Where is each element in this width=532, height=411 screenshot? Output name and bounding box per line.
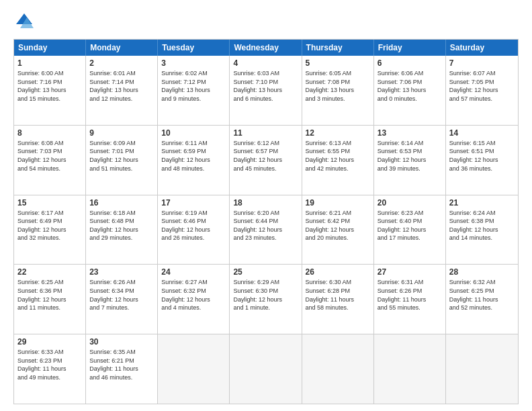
calendar-cell: [158, 334, 230, 404]
day-number: 6: [378, 58, 442, 68]
day-number: 20: [378, 198, 442, 208]
day-number: 8: [17, 128, 82, 138]
day-number: 4: [233, 58, 298, 68]
cell-info: Sunrise: 6:12 AMSunset: 6:57 PMDaylight:…: [233, 139, 298, 173]
calendar-cell: 3Sunrise: 6:02 AMSunset: 7:12 PMDaylight…: [158, 56, 230, 125]
cell-info: Sunrise: 6:21 AMSunset: 6:42 PMDaylight:…: [306, 209, 370, 242]
cell-info: Sunrise: 6:26 AMSunset: 6:34 PMDaylight:…: [89, 278, 154, 312]
day-number: 15: [17, 198, 82, 208]
cell-info: Sunrise: 6:23 AMSunset: 6:40 PMDaylight:…: [378, 209, 442, 242]
cell-info: Sunrise: 6:24 AMSunset: 6:38 PMDaylight:…: [449, 209, 515, 242]
calendar-cell: 17Sunrise: 6:19 AMSunset: 6:46 PMDayligh…: [158, 195, 230, 265]
day-number: 30: [89, 337, 154, 347]
day-number: 2: [89, 58, 154, 68]
day-number: 1: [17, 58, 82, 68]
cell-info: Sunrise: 6:33 AMSunset: 6:23 PMDaylight:…: [17, 348, 82, 381]
cell-info: Sunrise: 6:35 AMSunset: 6:21 PMDaylight:…: [89, 348, 154, 381]
calendar: SundayMondayTuesdayWednesdayThursdayFrid…: [13, 39, 519, 404]
calendar-row: 15Sunrise: 6:17 AMSunset: 6:49 PMDayligh…: [14, 195, 518, 265]
day-number: 13: [378, 128, 442, 138]
calendar-cell: 13Sunrise: 6:14 AMSunset: 6:53 PMDayligh…: [374, 126, 446, 195]
calendar-cell: 5Sunrise: 6:05 AMSunset: 7:08 PMDaylight…: [302, 56, 374, 125]
calendar-header: SundayMondayTuesdayWednesdayThursdayFrid…: [14, 40, 518, 56]
day-number: 18: [233, 198, 298, 208]
calendar-row: 22Sunrise: 6:25 AMSunset: 6:36 PMDayligh…: [14, 264, 518, 334]
page: SundayMondayTuesdayWednesdayThursdayFrid…: [0, 0, 532, 411]
cell-info: Sunrise: 6:19 AMSunset: 6:46 PMDaylight:…: [161, 209, 226, 242]
calendar-body: 1Sunrise: 6:00 AMSunset: 7:16 PMDaylight…: [14, 56, 518, 404]
day-number: 9: [89, 128, 154, 138]
calendar-cell: 1Sunrise: 6:00 AMSunset: 7:16 PMDaylight…: [14, 56, 86, 125]
calendar-cell: 30Sunrise: 6:35 AMSunset: 6:21 PMDayligh…: [86, 334, 158, 404]
header-cell-sunday: Sunday: [14, 40, 86, 56]
cell-info: Sunrise: 6:17 AMSunset: 6:49 PMDaylight:…: [17, 209, 82, 242]
cell-info: Sunrise: 6:03 AMSunset: 7:10 PMDaylight:…: [233, 69, 298, 103]
cell-info: Sunrise: 6:27 AMSunset: 6:32 PMDaylight:…: [161, 278, 226, 312]
day-number: 24: [161, 267, 226, 277]
calendar-cell: 6Sunrise: 6:06 AMSunset: 7:06 PMDaylight…: [374, 56, 446, 125]
header: [13, 11, 519, 32]
calendar-cell: 18Sunrise: 6:20 AMSunset: 6:44 PMDayligh…: [230, 195, 302, 265]
calendar-cell: 25Sunrise: 6:29 AMSunset: 6:30 PMDayligh…: [230, 265, 302, 334]
calendar-cell: [302, 334, 374, 404]
day-number: 14: [449, 128, 515, 138]
calendar-cell: 9Sunrise: 6:09 AMSunset: 7:01 PMDaylight…: [86, 126, 158, 195]
cell-info: Sunrise: 6:30 AMSunset: 6:28 PMDaylight:…: [306, 278, 370, 312]
cell-info: Sunrise: 6:01 AMSunset: 7:14 PMDaylight:…: [89, 69, 154, 103]
day-number: 16: [89, 198, 154, 208]
header-cell-thursday: Thursday: [302, 40, 374, 56]
cell-info: Sunrise: 6:08 AMSunset: 7:03 PMDaylight:…: [17, 139, 82, 173]
cell-info: Sunrise: 6:07 AMSunset: 7:05 PMDaylight:…: [449, 69, 515, 103]
calendar-cell: 22Sunrise: 6:25 AMSunset: 6:36 PMDayligh…: [14, 265, 86, 334]
header-cell-wednesday: Wednesday: [230, 40, 302, 56]
calendar-cell: 27Sunrise: 6:31 AMSunset: 6:26 PMDayligh…: [374, 265, 446, 334]
cell-info: Sunrise: 6:29 AMSunset: 6:30 PMDaylight:…: [233, 278, 298, 312]
calendar-cell: 21Sunrise: 6:24 AMSunset: 6:38 PMDayligh…: [446, 195, 518, 265]
cell-info: Sunrise: 6:13 AMSunset: 6:55 PMDaylight:…: [306, 139, 370, 173]
calendar-cell: 26Sunrise: 6:30 AMSunset: 6:28 PMDayligh…: [302, 265, 374, 334]
cell-info: Sunrise: 6:15 AMSunset: 6:51 PMDaylight:…: [449, 139, 515, 173]
day-number: 5: [306, 58, 370, 68]
cell-info: Sunrise: 6:11 AMSunset: 6:59 PMDaylight:…: [161, 139, 226, 173]
day-number: 29: [17, 337, 82, 347]
day-number: 7: [449, 58, 515, 68]
day-number: 19: [306, 198, 370, 208]
cell-info: Sunrise: 6:09 AMSunset: 7:01 PMDaylight:…: [89, 139, 154, 173]
calendar-cell: 23Sunrise: 6:26 AMSunset: 6:34 PMDayligh…: [86, 265, 158, 334]
calendar-cell: 4Sunrise: 6:03 AMSunset: 7:10 PMDaylight…: [230, 56, 302, 125]
day-number: 25: [233, 267, 298, 277]
calendar-cell: 10Sunrise: 6:11 AMSunset: 6:59 PMDayligh…: [158, 126, 230, 195]
day-number: 26: [306, 267, 370, 277]
calendar-cell: 2Sunrise: 6:01 AMSunset: 7:14 PMDaylight…: [86, 56, 158, 125]
day-number: 21: [449, 198, 515, 208]
calendar-cell: 8Sunrise: 6:08 AMSunset: 7:03 PMDaylight…: [14, 126, 86, 195]
cell-info: Sunrise: 6:02 AMSunset: 7:12 PMDaylight:…: [161, 69, 226, 103]
day-number: 22: [17, 267, 82, 277]
logo-icon: [13, 11, 35, 32]
calendar-row: 8Sunrise: 6:08 AMSunset: 7:03 PMDaylight…: [14, 125, 518, 195]
day-number: 23: [89, 267, 154, 277]
logo: [13, 11, 38, 32]
header-cell-tuesday: Tuesday: [158, 40, 230, 56]
calendar-cell: [374, 334, 446, 404]
calendar-cell: 14Sunrise: 6:15 AMSunset: 6:51 PMDayligh…: [446, 126, 518, 195]
day-number: 3: [161, 58, 226, 68]
calendar-cell: 11Sunrise: 6:12 AMSunset: 6:57 PMDayligh…: [230, 126, 302, 195]
day-number: 12: [306, 128, 370, 138]
header-cell-monday: Monday: [86, 40, 158, 56]
day-number: 27: [378, 267, 442, 277]
day-number: 28: [449, 267, 515, 277]
calendar-cell: 28Sunrise: 6:32 AMSunset: 6:25 PMDayligh…: [446, 265, 518, 334]
cell-info: Sunrise: 6:00 AMSunset: 7:16 PMDaylight:…: [17, 69, 82, 103]
calendar-cell: 15Sunrise: 6:17 AMSunset: 6:49 PMDayligh…: [14, 195, 86, 265]
cell-info: Sunrise: 6:14 AMSunset: 6:53 PMDaylight:…: [378, 139, 442, 173]
calendar-cell: [446, 334, 518, 404]
calendar-cell: [230, 334, 302, 404]
calendar-cell: 7Sunrise: 6:07 AMSunset: 7:05 PMDaylight…: [446, 56, 518, 125]
cell-info: Sunrise: 6:20 AMSunset: 6:44 PMDaylight:…: [233, 209, 298, 242]
day-number: 10: [161, 128, 226, 138]
day-number: 11: [233, 128, 298, 138]
day-number: 17: [161, 198, 226, 208]
cell-info: Sunrise: 6:25 AMSunset: 6:36 PMDaylight:…: [17, 278, 82, 312]
cell-info: Sunrise: 6:06 AMSunset: 7:06 PMDaylight:…: [378, 69, 442, 103]
